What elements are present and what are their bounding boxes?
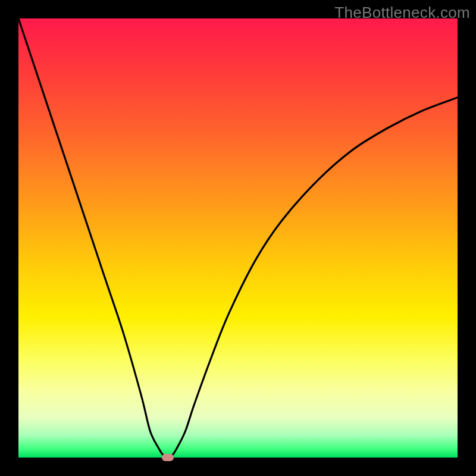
watermark-text: TheBottleneck.com [334, 4, 470, 22]
bottleneck-curve [18, 18, 458, 458]
plot-area [18, 18, 458, 458]
curve-path [18, 18, 458, 458]
chart-frame: TheBottleneck.com [0, 0, 476, 476]
minimum-marker [162, 454, 174, 461]
